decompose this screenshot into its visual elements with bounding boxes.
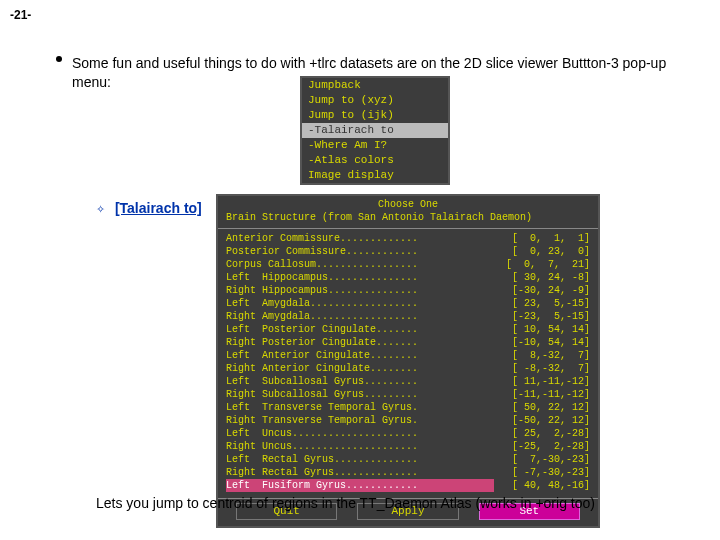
chooser-row[interactable]: Anterior Commissure.............[ 0, 1, …	[226, 232, 590, 245]
chooser-row-name: Right Subcallosal Gyrus.........	[226, 388, 494, 401]
chooser-row-name: Right Posterior Cingulate.......	[226, 336, 494, 349]
popup-menu-item[interactable]: Jump to (xyz)	[302, 93, 448, 108]
chooser-row-name: Right Rectal Gyrus..............	[226, 466, 494, 479]
chooser-row-name: Right Uncus.....................	[226, 440, 494, 453]
chooser-row-name: Corpus Callosum.................	[226, 258, 494, 271]
popup-menu-item[interactable]: Image display	[302, 168, 448, 183]
chooser-row[interactable]: Left Amygdala..................[ 23, 5,-…	[226, 297, 590, 310]
popup-menu-item[interactable]: -Talairach to	[302, 123, 448, 138]
chooser-row-name: Right Amygdala..................	[226, 310, 494, 323]
chooser-row-coord: [ 50, 22, 12]	[494, 401, 590, 414]
chooser-row[interactable]: Left Rectal Gyrus..............[ 7,-30,-…	[226, 453, 590, 466]
after-text: Lets you jump to centroid of regions in …	[96, 494, 680, 513]
chooser-row[interactable]: Right Subcallosal Gyrus.........[-11,-11…	[226, 388, 590, 401]
chooser-row-coord: [ 30, 24, -8]	[494, 271, 590, 284]
chooser-row[interactable]: Left Hippocampus...............[ 30, 24,…	[226, 271, 590, 284]
chooser-row-name: Left Fusiform Gyrus............	[226, 479, 494, 492]
chooser-row[interactable]: Left Subcallosal Gyrus.........[ 11,-11,…	[226, 375, 590, 388]
chooser-list: Anterior Commissure.............[ 0, 1, …	[218, 229, 598, 494]
bullet-icon	[56, 56, 62, 62]
popup-menu-item[interactable]: -Where Am I?	[302, 138, 448, 153]
chooser-title-1: Choose One	[226, 198, 590, 211]
chooser-row-name: Left Anterior Cingulate........	[226, 349, 494, 362]
popup-menu: JumpbackJump to (xyz)Jump to (ijk)-Talai…	[300, 76, 450, 185]
chooser-row-name: Left Transverse Temporal Gyrus.	[226, 401, 494, 414]
chooser-row-name: Left Amygdala..................	[226, 297, 494, 310]
chooser-row[interactable]: Left Uncus.....................[ 25, 2,-…	[226, 427, 590, 440]
chooser-row[interactable]: Right Uncus.....................[-25, 2,…	[226, 440, 590, 453]
diamond-icon: ✧	[96, 203, 105, 216]
chooser-row-coord: [ 23, 5,-15]	[494, 297, 590, 310]
popup-menu-item[interactable]: -Atlas colors	[302, 153, 448, 168]
chooser-row[interactable]: Right Posterior Cingulate.......[-10, 54…	[226, 336, 590, 349]
chooser-row-coord: [ 40, 48,-16]	[494, 479, 590, 492]
chooser-row-coord: [ -7,-30,-23]	[494, 466, 590, 479]
chooser-row-coord: [ 7,-30,-23]	[494, 453, 590, 466]
chooser-row[interactable]: Left Anterior Cingulate........[ 8,-32, …	[226, 349, 590, 362]
chooser-row-coord: [ 0, 1, 1]	[494, 232, 590, 245]
chooser-row-coord: [-23, 5,-15]	[494, 310, 590, 323]
chooser-row-coord: [ 25, 2,-28]	[494, 427, 590, 440]
chooser-row-name: Left Hippocampus...............	[226, 271, 494, 284]
chooser-row-coord: [-11,-11,-12]	[494, 388, 590, 401]
chooser-row-name: Left Uncus.....................	[226, 427, 494, 440]
chooser-row[interactable]: Left Fusiform Gyrus............[ 40, 48,…	[226, 479, 590, 492]
chooser-row-coord: [-30, 24, -9]	[494, 284, 590, 297]
chooser-row-name: Left Rectal Gyrus..............	[226, 453, 494, 466]
chooser-row-coord: [ 0, 23, 0]	[494, 245, 590, 258]
chooser-header: Choose One Brain Structure (from San Ant…	[218, 196, 598, 229]
chooser-row[interactable]: Right Rectal Gyrus..............[ -7,-30…	[226, 466, 590, 479]
chooser-row-coord: [-25, 2,-28]	[494, 440, 590, 453]
chooser-row-name: Anterior Commissure.............	[226, 232, 494, 245]
chooser-row-coord: [ 10, 54, 14]	[494, 323, 590, 336]
chooser-row-name: Left Subcallosal Gyrus.........	[226, 375, 494, 388]
talairach-to-label: [Talairach to]	[115, 200, 202, 216]
chooser-row-coord: [ 0, 7, 21]	[494, 258, 590, 271]
chooser-row-name: Right Anterior Cingulate........	[226, 362, 494, 375]
chooser-row[interactable]: Corpus Callosum.................[ 0, 7, …	[226, 258, 590, 271]
chooser-row-coord: [-10, 54, 14]	[494, 336, 590, 349]
chooser-row-coord: [-50, 22, 12]	[494, 414, 590, 427]
chooser-row-name: Right Hippocampus...............	[226, 284, 494, 297]
chooser-row[interactable]: Left Posterior Cingulate.......[ 10, 54,…	[226, 323, 590, 336]
chooser-row[interactable]: Left Transverse Temporal Gyrus.[ 50, 22,…	[226, 401, 590, 414]
chooser-window: Choose One Brain Structure (from San Ant…	[216, 194, 600, 528]
chooser-row-coord: [ -8,-32, 7]	[494, 362, 590, 375]
chooser-row-coord: [ 8,-32, 7]	[494, 349, 590, 362]
chooser-row-name: Posterior Commissure............	[226, 245, 494, 258]
chooser-row[interactable]: Right Hippocampus...............[-30, 24…	[226, 284, 590, 297]
chooser-title-2: Brain Structure (from San Antonio Talair…	[226, 211, 590, 224]
popup-menu-item[interactable]: Jumpback	[302, 78, 448, 93]
chooser-row[interactable]: Right Anterior Cingulate........[ -8,-32…	[226, 362, 590, 375]
chooser-row[interactable]: Posterior Commissure............[ 0, 23,…	[226, 245, 590, 258]
page-number: -21-	[10, 8, 31, 22]
chooser-row-name: Left Posterior Cingulate.......	[226, 323, 494, 336]
sub-bullet: ✧ [Talairach to]	[96, 200, 202, 216]
chooser-row-name: Right Transverse Temporal Gyrus.	[226, 414, 494, 427]
popup-menu-item[interactable]: Jump to (ijk)	[302, 108, 448, 123]
chooser-row[interactable]: Right Transverse Temporal Gyrus.[-50, 22…	[226, 414, 590, 427]
chooser-row-coord: [ 11,-11,-12]	[494, 375, 590, 388]
chooser-row[interactable]: Right Amygdala..................[-23, 5,…	[226, 310, 590, 323]
